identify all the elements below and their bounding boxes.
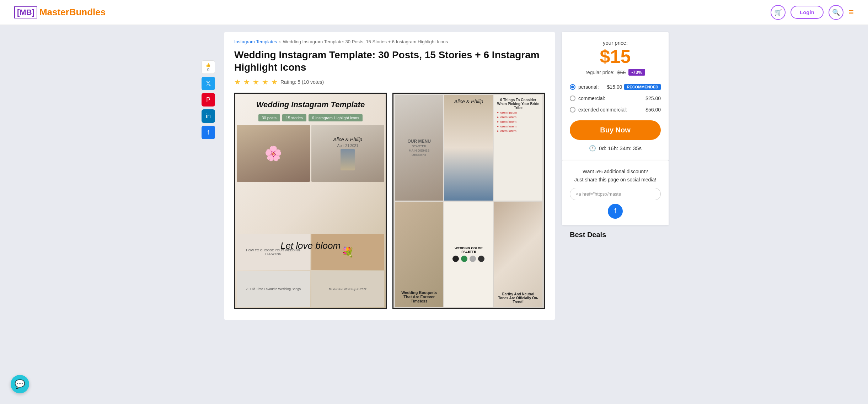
extended-label: extended commercial: xyxy=(578,107,627,113)
license-extended[interactable]: extended commercial: $56.00 xyxy=(570,104,661,115)
img1-badges: 30 posts 15 stories 6 Instagram Highligh… xyxy=(235,112,386,124)
discount-badge: -73% xyxy=(628,69,645,76)
cart-button[interactable]: 🛒 xyxy=(771,5,786,20)
img2-cell2: Alice & Philip xyxy=(444,95,493,201)
buy-now-button[interactable]: Buy Now xyxy=(570,120,661,140)
img2-cell5: WEDDING COLOR PALETTE xyxy=(444,202,493,307)
personal-label: personal: xyxy=(578,84,599,90)
product-image-2[interactable]: OUR MENU STARTER MAIN DISHES DESSERT Ali… xyxy=(392,93,545,309)
linkedin-share-button[interactable]: in xyxy=(202,109,215,123)
img1-badge2: 15 stories xyxy=(282,114,306,121)
page-wrapper: 👍 0 𝕏 P in f Instagram Templates › Weddi… xyxy=(185,25,683,327)
discount-share-box: Want 5% additional discount?Just share t… xyxy=(562,161,669,225)
img2-trend: Earthy And Neutral Tones Are Officially … xyxy=(497,292,540,304)
menu-icon[interactable]: ≡ xyxy=(848,7,854,18)
license-commercial-left: commercial: xyxy=(570,95,605,101)
img2-cell3: 6 Things To Consider When Picking Your B… xyxy=(494,95,542,201)
discount-text: Want 5% additional discount?Just share t… xyxy=(570,168,661,184)
facebook-share-icon: f xyxy=(614,207,616,215)
rating-row: ★ ★ ★ ★ ★ Rating: 5 (10 votes) xyxy=(234,78,545,86)
cart-icon: 🛒 xyxy=(774,9,782,16)
img1-sub2: 20 Old Time Favourite Wedding Songs xyxy=(237,271,310,307)
radio-commercial[interactable] xyxy=(570,95,575,101)
rating-count: (10 votes) xyxy=(302,79,324,85)
rating-value: 5 xyxy=(298,79,300,85)
personal-price: $15.00 xyxy=(607,84,622,90)
login-button[interactable]: Login xyxy=(791,6,824,19)
regular-price: $56 xyxy=(617,70,626,75)
star-2: ★ xyxy=(243,78,250,86)
commercial-label: commercial: xyxy=(578,95,605,101)
product-image-1[interactable]: Wedding Instagram Template 30 posts 15 s… xyxy=(234,93,387,309)
img1-sub4-text: Destination Weddings in 2022 xyxy=(329,288,366,291)
img2-main: MAIN DISHES xyxy=(409,149,430,152)
license-personal[interactable]: personal: $15.00 RECOMMENDED xyxy=(570,81,661,93)
img1-badge1: 30 posts xyxy=(258,114,280,121)
star-5: ★ xyxy=(271,78,278,86)
img2-cell1: OUR MENU STARTER MAIN DISHES DESSERT xyxy=(395,95,443,201)
linkedin-icon: in xyxy=(206,113,211,120)
breadcrumb-current: Wedding Instagram Template: 30 Posts, 15… xyxy=(283,39,448,44)
your-price-label: your price: xyxy=(570,40,661,46)
img2-cell4: Wedding Bouquets That Are Forever Timele… xyxy=(395,202,443,307)
like-icon: 👍 xyxy=(206,63,211,67)
img1-badge3: 6 Instagram Highlight icons xyxy=(309,114,363,121)
like-button[interactable]: 👍 0 xyxy=(202,60,215,74)
facebook-share-button[interactable]: f xyxy=(202,126,215,139)
pinterest-icon: P xyxy=(206,96,210,104)
product-title: Wedding Instagram Template: 30 Posts, 15… xyxy=(234,49,545,73)
facebook-share-btn[interactable]: f xyxy=(608,204,623,219)
regular-price-row: regular price: $56 -73% xyxy=(570,69,661,76)
share-buttons: f xyxy=(570,204,661,219)
main-content: Instagram Templates › Wedding Instagram … xyxy=(224,32,555,320)
img2-cell6: Earthy And Neutral Tones Are Officially … xyxy=(494,202,542,307)
search-button[interactable]: 🔍 xyxy=(829,5,843,20)
breadcrumb-link[interactable]: Instagram Templates xyxy=(234,39,277,44)
star-1: ★ xyxy=(234,78,241,86)
commercial-price: $25.00 xyxy=(645,95,661,101)
img1-sub-flowers: 💐 xyxy=(311,234,385,270)
radio-personal[interactable] xyxy=(570,84,575,90)
img2-menu-title: OUR MENU xyxy=(407,139,430,144)
facebook-icon: f xyxy=(207,129,209,136)
img2-palette-title: WEDDING COLOR PALETTE xyxy=(447,246,490,253)
twitter-share-button[interactable]: 𝕏 xyxy=(202,77,215,90)
navbar: [MB] MasterBundles 🛒 Login 🔍 ≡ xyxy=(0,0,868,25)
timer-value: 0d: 16h: 34m: 35s xyxy=(599,145,642,151)
breadcrumb: Instagram Templates › Wedding Instagram … xyxy=(234,39,545,44)
share-link-input[interactable] xyxy=(570,188,661,200)
license-personal-left: personal: xyxy=(570,84,599,90)
price-box: your price: $15 regular price: $56 -73% … xyxy=(562,32,669,161)
extended-price: $56.00 xyxy=(645,107,661,113)
recommended-badge: RECOMMENDED xyxy=(624,84,661,90)
img1-sub1: HOW TO CHOOSE YOUR WEDDING FLOWERS xyxy=(237,234,310,270)
radio-extended[interactable] xyxy=(570,107,575,113)
logo-box: [MB] xyxy=(14,6,37,18)
best-deals-label: Best Deals xyxy=(562,225,669,239)
license-commercial[interactable]: commercial: $25.00 xyxy=(570,93,661,104)
timer-icon: 🕐 xyxy=(589,145,596,152)
regular-price-label: regular price: xyxy=(585,70,615,75)
rating-label: Rating: 5 (10 votes) xyxy=(280,79,324,85)
img2-tribe-title: 6 Things To Consider When Picking Your B… xyxy=(497,98,540,110)
img1-sub2-text: 20 Old Time Favourite Wedding Songs xyxy=(246,287,301,291)
search-icon: 🔍 xyxy=(832,9,840,16)
twitter-icon: 𝕏 xyxy=(206,80,211,87)
img2-names: Alice & Philip xyxy=(454,99,483,104)
img1-sub4: Destination Weddings in 2022 xyxy=(311,271,385,307)
img1-title: Wedding Instagram Template xyxy=(235,94,386,112)
license-options: personal: $15.00 RECOMMENDED commercial:… xyxy=(570,81,661,115)
nav-actions: 🛒 Login 🔍 ≡ xyxy=(771,5,854,20)
logo: [MB] MasterBundles xyxy=(14,6,106,18)
logo-text: MasterBundles xyxy=(39,7,106,18)
product-images: Wedding Instagram Template 30 posts 15 s… xyxy=(234,93,545,309)
right-panel: your price: $15 regular price: $56 -73% … xyxy=(562,32,669,320)
pinterest-share-button[interactable]: P xyxy=(202,93,215,107)
price-main: $15 xyxy=(570,47,661,67)
img2-bouquets: Wedding Bouquets That Are Forever Timele… xyxy=(398,290,440,303)
like-count: 0 xyxy=(207,67,209,72)
personal-price-row: $15.00 RECOMMENDED xyxy=(607,84,661,90)
img1-script: Let love bloom xyxy=(235,240,386,251)
license-extended-left: extended commercial: xyxy=(570,107,627,113)
star-3: ★ xyxy=(253,78,259,86)
